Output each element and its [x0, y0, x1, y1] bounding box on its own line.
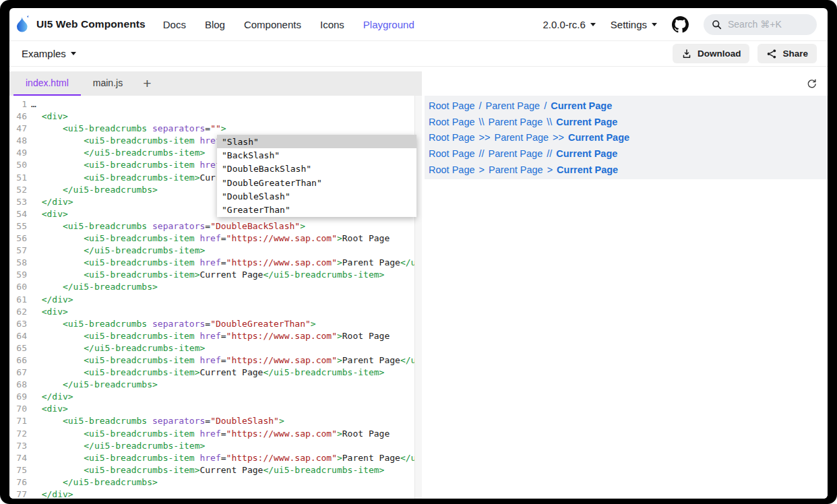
code-line-64: 64 <ui5-breadcrumbs-item href="https://w… [9, 330, 422, 342]
line-number: 75 [9, 464, 27, 476]
preview-empty-area [425, 179, 828, 499]
breadcrumb-separator: / [479, 100, 482, 111]
line-number: 46 [9, 111, 27, 123]
tab-index-html[interactable]: index.html [13, 71, 81, 96]
search-icon [712, 20, 722, 30]
search-box[interactable] [704, 14, 817, 35]
main-nav: DocsBlogComponentsIconsPlayground [163, 19, 414, 30]
tab-main-js[interactable]: main.js [81, 71, 135, 96]
autocomplete-option[interactable]: "DoubleBackSlash" [217, 162, 416, 176]
nav-link-docs[interactable]: Docs [163, 19, 186, 30]
autocomplete-option[interactable]: "DoubleGreaterThan" [217, 176, 416, 189]
nav-link-playground[interactable]: Playground [363, 19, 414, 30]
brand[interactable]: UI5 Web Components [15, 15, 146, 34]
header-right: 2.0.0-rc.6 Settings [542, 14, 817, 35]
code-line-69: 69 </div> [9, 391, 422, 403]
breadcrumb-link[interactable]: Root Page [429, 100, 475, 111]
line-number: 1 [9, 98, 27, 111]
version-menu[interactable]: 2.0.0-rc.6 [542, 19, 595, 30]
line-number: 65 [9, 342, 27, 354]
nav-link-components[interactable]: Components [244, 19, 301, 30]
github-link[interactable] [672, 16, 689, 33]
breadcrumb-current: Current Page [556, 148, 617, 159]
refresh-button[interactable] [805, 77, 819, 91]
breadcrumb-row: Root Page/Parent Page/Current Page [429, 98, 828, 114]
breadcrumb-link[interactable]: Parent Page [489, 148, 543, 159]
line-number: 77 [9, 489, 27, 499]
line-number: 73 [9, 440, 27, 452]
autocomplete-option[interactable]: "GreaterThan" [217, 203, 416, 216]
add-tab-button[interactable]: + [135, 71, 159, 96]
breadcrumb-link[interactable]: Root Page [429, 164, 475, 175]
breadcrumb-link[interactable]: Parent Page [489, 117, 543, 127]
line-number: 74 [9, 452, 27, 464]
line-number: 53 [9, 196, 27, 208]
preview-header [425, 71, 828, 96]
examples-toolbar: Examples Download Share [9, 41, 828, 67]
chevron-down-icon [71, 52, 76, 55]
breadcrumb-row: Root Page//Parent Page//Current Page [429, 146, 828, 162]
top-nav-bar: UI5 Web Components DocsBlogComponentsIco… [9, 8, 828, 41]
breadcrumb-link[interactable]: Parent Page [486, 100, 540, 111]
breadcrumb-separator: > [479, 164, 485, 175]
code-line-61: 61 </div> [9, 294, 422, 306]
line-number: 49 [9, 147, 27, 159]
line-number: 72 [9, 428, 27, 440]
breadcrumb-link[interactable]: Root Page [429, 117, 475, 127]
main-split: index.htmlmain.js+ 1…46 <div>47 <ui5-bre… [9, 71, 828, 499]
code-line-68: 68 </ui5-breadcrumbs> [9, 379, 422, 391]
code-line-57: 57 </ui5-breadcrumbs-item> [9, 245, 422, 257]
app-frame: UI5 Web Components DocsBlogComponentsIco… [9, 8, 828, 499]
preview-canvas: Root Page/Parent Page/Current PageRoot P… [425, 96, 828, 179]
line-number: 48 [9, 135, 27, 147]
code-line-65: 65 </ui5-breadcrumbs-item> [9, 342, 422, 354]
line-number: 61 [9, 294, 27, 306]
search-input[interactable] [726, 18, 803, 30]
toolbar-actions: Download Share [673, 44, 817, 63]
line-number: 54 [9, 208, 27, 220]
breadcrumb-row: Root Page>Parent Page>Current Page [429, 162, 828, 178]
share-icon [766, 49, 777, 59]
line-number: 56 [9, 232, 27, 245]
breadcrumb-row: Root Page>>Parent Page>>Current Page [429, 129, 828, 146]
examples-menu[interactable]: Examples [22, 48, 76, 59]
breadcrumb-separator: // [479, 148, 485, 159]
line-number: 63 [9, 318, 27, 330]
line-number: 76 [9, 476, 27, 489]
autocomplete-option[interactable]: "BackSlash" [217, 148, 416, 162]
line-number: 69 [9, 391, 27, 403]
line-number: 62 [9, 306, 27, 318]
code-line-46: 46 <div> [9, 111, 422, 123]
breadcrumb-link[interactable]: Parent Page [494, 132, 549, 143]
line-number: 67 [9, 367, 27, 379]
code-line-71: 71 <ui5-breadcrumbs separators="DoubleSl… [9, 415, 422, 427]
code-editor-pane: index.htmlmain.js+ 1…46 <div>47 <ui5-bre… [9, 71, 422, 499]
nav-link-icons[interactable]: Icons [320, 19, 344, 30]
code-line-59: 59 <ui5-breadcrumbs-item>Current Page</u… [9, 269, 422, 281]
breadcrumb-current: Current Page [557, 164, 618, 175]
breadcrumb-link[interactable]: Parent Page [489, 164, 543, 175]
autocomplete-option[interactable]: "Slash" [217, 135, 416, 148]
settings-menu[interactable]: Settings [611, 19, 657, 30]
code-line-72: 72 <ui5-breadcrumbs-item href="https://w… [9, 428, 422, 440]
line-number: 59 [9, 269, 27, 281]
chevron-down-icon [590, 23, 596, 26]
code-line-77: 77 </div> [9, 489, 422, 499]
github-icon [672, 16, 689, 33]
line-number: 58 [9, 257, 27, 269]
breadcrumb-current: Current Page [568, 132, 629, 143]
nav-link-blog[interactable]: Blog [205, 19, 225, 30]
code-line-63: 63 <ui5-breadcrumbs separators="DoubleGr… [9, 318, 422, 330]
share-button[interactable]: Share [757, 44, 817, 63]
code-line-76: 76 </ui5-breadcrumbs> [9, 476, 422, 489]
screenshot-window: UI5 Web Components DocsBlogComponentsIco… [0, 0, 837, 504]
autocomplete-option[interactable]: "DoubleSlash" [217, 189, 416, 203]
breadcrumb-link[interactable]: Root Page [429, 148, 475, 159]
line-number: 70 [9, 403, 27, 415]
code-line-75: 75 <ui5-breadcrumbs-item>Current Page</u… [9, 464, 422, 476]
breadcrumb-link[interactable]: Root Page [429, 132, 475, 143]
download-button[interactable]: Download [673, 44, 750, 63]
line-number: 66 [9, 354, 27, 367]
code-line-1: 1… [9, 98, 422, 111]
code-line-58: 58 <ui5-breadcrumbs-item href="https://w… [9, 257, 422, 269]
